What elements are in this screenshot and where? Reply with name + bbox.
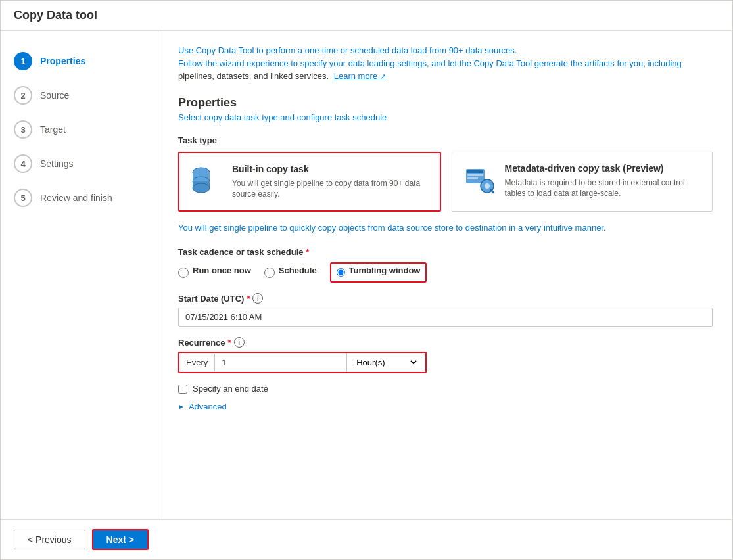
builtin-task-title: Built-in copy task — [232, 164, 429, 174]
sidebar-label-properties: Properties — [40, 56, 85, 66]
task-card-builtin[interactable]: Built-in copy task You will get single p… — [178, 152, 441, 212]
radio-schedule-label: Schedule — [279, 266, 317, 275]
radio-once[interactable]: Run once now — [178, 266, 251, 279]
recurrence-info-icon[interactable]: i — [234, 337, 245, 348]
sidebar-label-review: Review and finish — [40, 193, 112, 203]
task-cards: Built-in copy task You will get single p… — [178, 152, 713, 212]
radio-group-schedule: Run once now Schedule Tumbling window — [178, 262, 713, 283]
section-title: Properties — [178, 96, 713, 110]
svg-point-4 — [193, 183, 210, 193]
advanced-chevron-icon: ► — [178, 403, 185, 410]
sidebar-item-review[interactable]: 5 Review and finish — [1, 181, 158, 215]
radio-tumbling-highlight[interactable]: Tumbling window — [330, 262, 427, 283]
radio-schedule-input[interactable] — [264, 268, 275, 278]
svg-rect-8 — [467, 177, 478, 179]
learn-more-link[interactable]: Learn more ↗ — [334, 71, 386, 81]
sidebar-label-source: Source — [40, 90, 69, 101]
metadata-task-desc: Metadata is required to be stored in ext… — [505, 177, 702, 200]
recurrence-field-group: Recurrence * i Every Minute(s) Hour(s) D… — [178, 337, 713, 373]
recurrence-unit-dropdown[interactable]: Minute(s) Hour(s) Day(s) Week(s) Month(s… — [354, 357, 419, 368]
footer: < Previous Next > — [1, 519, 732, 559]
next-button[interactable]: Next > — [92, 529, 149, 550]
end-date-label: Specify an end date — [193, 384, 268, 394]
sidebar-item-properties[interactable]: 1 Properties — [1, 44, 158, 78]
previous-button[interactable]: < Previous — [14, 530, 85, 549]
metadata-task-title: Metadata-driven copy task (Preview) — [505, 163, 702, 174]
builtin-task-text: Built-in copy task You will get single p… — [232, 164, 429, 200]
app-title: Copy Data tool — [14, 9, 719, 22]
start-date-label: Start Date (UTC) * i — [178, 293, 713, 304]
sidebar: 1 Properties 2 Source 3 Target 4 Setting… — [1, 31, 158, 519]
step-circle-2: 2 — [14, 86, 32, 105]
recurrence-number-input[interactable] — [215, 354, 346, 371]
end-date-checkbox[interactable] — [178, 385, 187, 394]
recurrence-row: Every Minute(s) Hour(s) Day(s) Week(s) M… — [178, 352, 427, 373]
schedule-label: Task cadence or task schedule * — [178, 247, 713, 257]
sidebar-label-target: Target — [40, 124, 66, 135]
svg-rect-6 — [467, 170, 483, 173]
radio-tumbling-input[interactable] — [337, 268, 345, 277]
main-content: Use Copy Data Tool to perform a one-time… — [158, 31, 732, 519]
radio-tumbling-label: Tumbling window — [349, 266, 421, 275]
metadata-task-icon — [463, 163, 496, 196]
end-date-checkbox-item[interactable]: Specify an end date — [178, 384, 713, 394]
start-date-info-icon[interactable]: i — [252, 293, 263, 304]
db-icon-svg — [191, 164, 222, 196]
pipeline-info-text: You will get single pipeline to quickly … — [178, 222, 713, 234]
step-circle-3: 3 — [14, 120, 32, 139]
recurrence-required: * — [228, 338, 231, 348]
metadata-icon-svg — [463, 164, 495, 195]
step-circle-4: 4 — [14, 154, 32, 173]
schedule-required: * — [306, 247, 309, 257]
task-type-label: Task type — [178, 135, 713, 145]
start-date-required: * — [247, 294, 250, 304]
app-container: Copy Data tool 1 Properties 2 Source 3 T… — [0, 0, 733, 560]
builtin-task-icon — [190, 164, 223, 197]
app-header: Copy Data tool — [1, 1, 732, 31]
section-subtitle: Select copy data task type and configure… — [178, 112, 713, 122]
intro-line3: pipelines, datasets, and linked services… — [178, 71, 329, 81]
recurrence-every-label: Every — [179, 354, 215, 371]
recurrence-unit-selector[interactable]: Minute(s) Hour(s) Day(s) Week(s) Month(s… — [346, 353, 425, 372]
intro-line1: Use Copy Data Tool to perform a one-time… — [178, 45, 517, 55]
advanced-toggle[interactable]: ► Advanced — [178, 402, 713, 411]
builtin-task-desc: You will get single pipeline to copy dat… — [232, 178, 429, 200]
intro-line2: Follow the wizard experience to specify … — [178, 58, 682, 68]
radio-schedule[interactable]: Schedule — [264, 266, 317, 279]
external-link-icon: ↗ — [380, 72, 386, 80]
advanced-label: Advanced — [189, 402, 227, 411]
svg-line-11 — [491, 190, 494, 193]
sidebar-item-source[interactable]: 2 Source — [1, 78, 158, 112]
schedule-field-group: Task cadence or task schedule * Run once… — [178, 247, 713, 283]
radio-once-label: Run once now — [193, 266, 251, 275]
radio-once-input[interactable] — [178, 268, 189, 278]
start-date-field-group: Start Date (UTC) * i — [178, 293, 713, 327]
app-body: 1 Properties 2 Source 3 Target 4 Setting… — [1, 31, 732, 519]
svg-point-10 — [485, 183, 490, 189]
recurrence-label: Recurrence * i — [178, 337, 713, 348]
svg-rect-7 — [467, 174, 483, 176]
step-circle-5: 5 — [14, 189, 32, 207]
intro-block: Use Copy Data Tool to perform a one-time… — [178, 44, 713, 83]
sidebar-item-settings[interactable]: 4 Settings — [1, 147, 158, 181]
start-date-input[interactable] — [178, 308, 713, 327]
step-circle-1: 1 — [14, 52, 32, 70]
sidebar-item-target[interactable]: 3 Target — [1, 112, 158, 147]
sidebar-label-settings: Settings — [40, 158, 74, 169]
metadata-task-text: Metadata-driven copy task (Preview) Meta… — [505, 163, 702, 200]
task-card-metadata[interactable]: Metadata-driven copy task (Preview) Meta… — [452, 152, 713, 212]
